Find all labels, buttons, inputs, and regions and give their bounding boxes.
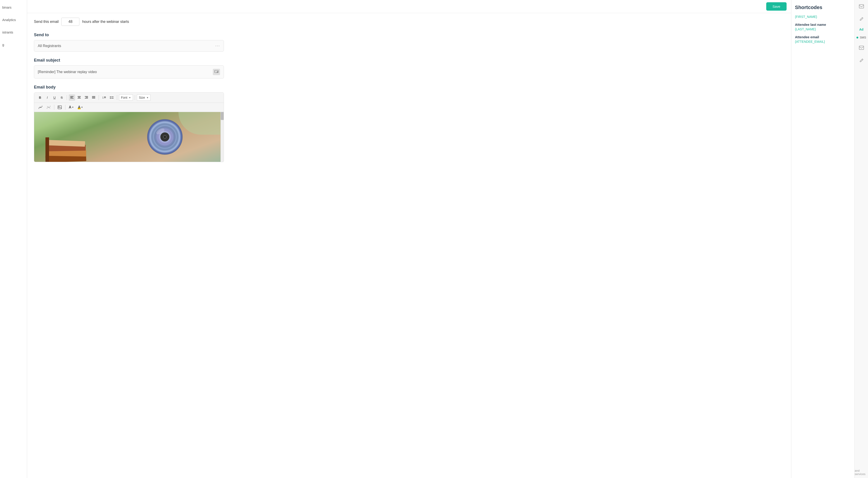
sms-badge: SMS <box>857 36 866 39</box>
separator-1 <box>67 95 67 100</box>
align-left-button[interactable] <box>69 94 75 101</box>
svg-rect-18 <box>104 97 106 98</box>
separator-4 <box>135 95 135 100</box>
email-icon-top[interactable] <box>857 2 866 10</box>
shortcodes-title: Shortcodes <box>795 4 851 10</box>
text-color-button[interactable]: A ▼ <box>67 104 75 111</box>
sidebar: binars Analytics istrants g <box>0 0 27 478</box>
far-right-panel: Ad SMS and services <box>855 0 868 478</box>
svg-rect-35 <box>859 46 864 50</box>
services-label: and services <box>855 469 868 476</box>
shortcode-first-name-code[interactable]: {FIRST_NAME} <box>795 15 851 19</box>
editor-content[interactable] <box>34 112 224 162</box>
svg-rect-22 <box>111 98 114 98</box>
text-color-arrow: ▼ <box>72 106 74 109</box>
save-button[interactable]: Save <box>766 2 786 11</box>
send-to-box[interactable]: All Registrants ··· <box>34 40 224 52</box>
svg-rect-5 <box>70 97 72 97</box>
font-dropdown[interactable]: Font ▼ <box>119 94 133 101</box>
send-timing-row: Send this email hours after the webinar … <box>34 18 224 26</box>
svg-point-19 <box>110 96 111 97</box>
font-dropdown-arrow: ▼ <box>129 96 131 99</box>
strikethrough-button[interactable]: S <box>59 94 65 101</box>
sms-dot <box>857 37 858 38</box>
svg-rect-4 <box>70 96 73 97</box>
shortcode-last-name-label: Attendee last name <box>795 23 851 27</box>
underline-button[interactable]: U <box>51 94 58 101</box>
editor-toolbar: B I U S <box>34 93 224 103</box>
svg-rect-34 <box>859 4 864 8</box>
svg-rect-14 <box>92 97 95 97</box>
svg-rect-13 <box>92 96 95 97</box>
svg-rect-12 <box>85 98 88 98</box>
email-subject-label: Email subject <box>34 58 224 63</box>
separator-3 <box>117 95 117 100</box>
svg-rect-1 <box>215 70 218 71</box>
shortcode-last-name: Attendee last name {LAST_NAME} <box>795 23 851 31</box>
hours-input[interactable] <box>61 18 80 26</box>
svg-rect-17 <box>104 97 106 97</box>
editor-wrapper: B I U S <box>34 92 224 162</box>
justify-button[interactable] <box>90 94 97 101</box>
top-bar: Save <box>27 0 791 13</box>
svg-rect-6 <box>70 98 73 98</box>
shortcode-last-name-code[interactable]: {LAST_NAME} <box>795 27 851 31</box>
bold-button[interactable]: B <box>37 94 43 101</box>
sidebar-item-webinars[interactable]: binars <box>2 4 25 10</box>
sidebar-item-other[interactable]: g <box>2 42 25 48</box>
email-subject-section: Email subject [Reminder] The webinar rep… <box>34 58 224 79</box>
editor-toolbar-row2: A ▼ A ▼ <box>34 103 224 112</box>
email-icon-bottom[interactable] <box>857 44 866 52</box>
subject-value: [Reminder] The webinar replay video <box>38 70 97 74</box>
svg-rect-21 <box>111 97 114 97</box>
send-to-label: Send to <box>34 33 224 37</box>
separator-6 <box>65 105 65 110</box>
svg-text:1.: 1. <box>102 96 104 99</box>
subject-icon[interactable] <box>213 69 220 75</box>
shortcode-first-name: {FIRST_NAME} <box>795 15 851 19</box>
svg-point-20 <box>110 98 111 99</box>
edit-icon-bottom[interactable] <box>857 56 866 64</box>
shortcode-email-label: Attendee email <box>795 35 851 39</box>
link-button[interactable] <box>37 104 44 111</box>
form-area: Send this email hours after the webinar … <box>27 13 231 173</box>
scrollbar-thumb[interactable] <box>221 112 224 120</box>
scrollbar-track[interactable] <box>220 112 224 162</box>
sms-label: SMS <box>860 36 866 39</box>
highlight-color-button[interactable]: A ▼ <box>76 104 84 111</box>
image-button[interactable] <box>56 104 63 111</box>
svg-rect-7 <box>78 96 81 97</box>
size-dropdown[interactable]: Size ▼ <box>137 94 151 101</box>
shortcodes-panel: Shortcodes {FIRST_NAME} Attendee last na… <box>791 0 855 478</box>
email-body-section: Email body B I U S <box>34 85 224 162</box>
edit-icon-top[interactable] <box>857 15 866 23</box>
ordered-list-button[interactable]: 1. <box>101 94 107 101</box>
shortcode-email: Attendee email {ATTENDEE_EMAIL} <box>795 35 851 43</box>
send-timing-suffix: hours after the webinar starts <box>82 20 129 24</box>
unlink-button[interactable] <box>45 104 52 111</box>
svg-rect-10 <box>85 96 88 97</box>
sidebar-item-analytics[interactable]: Analytics <box>2 17 25 23</box>
send-to-options[interactable]: ··· <box>215 43 220 48</box>
align-right-button[interactable] <box>83 94 90 101</box>
send-to-section: Send to All Registrants ··· <box>34 33 224 52</box>
main-content: Save Send this email hours after the web… <box>27 0 791 478</box>
svg-rect-2 <box>215 71 217 72</box>
svg-rect-11 <box>86 97 88 97</box>
svg-rect-3 <box>215 72 217 72</box>
email-body-label: Email body <box>34 85 224 90</box>
subject-box[interactable]: [Reminder] The webinar replay video <box>34 65 224 79</box>
italic-button[interactable]: I <box>44 94 51 101</box>
separator-5 <box>54 105 54 110</box>
send-timing-prefix: Send this email <box>34 20 59 24</box>
shortcode-email-code[interactable]: {ATTENDEE_EMAIL} <box>795 40 851 43</box>
unordered-list-button[interactable] <box>108 94 115 101</box>
svg-point-32 <box>164 136 166 138</box>
sidebar-item-registrants[interactable]: istrants <box>2 29 25 35</box>
send-to-value: All Registrants <box>38 44 61 48</box>
add-link[interactable]: Ad <box>859 28 864 31</box>
highlight-color-arrow: ▼ <box>81 106 83 109</box>
size-dropdown-arrow: ▼ <box>146 96 149 99</box>
svg-rect-9 <box>78 98 81 98</box>
align-center-button[interactable] <box>76 94 82 101</box>
